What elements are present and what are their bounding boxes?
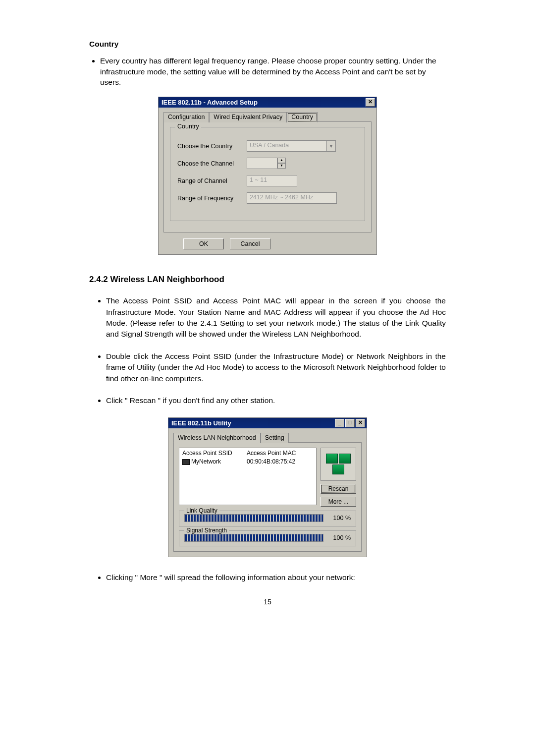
section-heading: 2.4.2 Wireless LAN Neighborhood (89, 275, 446, 285)
label-range-frequency: Range of Frequency (177, 195, 247, 202)
dialog-body: Configuration Wired Equivalent Privacy C… (159, 108, 376, 254)
spinner-down-icon[interactable]: ▼ (277, 163, 286, 169)
tab-configuration[interactable]: Configuration (163, 112, 209, 122)
network-illustration (321, 448, 356, 481)
signal-strength-bar (184, 534, 323, 542)
tab-pane-neighborhood: Access Point SSID Access Point MAC MyNet… (173, 442, 362, 552)
channel-spinner[interactable]: ▲ ▼ (277, 158, 286, 169)
country-bullet-list: Every country has different legal freque… (89, 56, 446, 88)
range-channel-value: 1 ~ 11 (247, 175, 297, 186)
tab-wep[interactable]: Wired Equivalent Privacy (209, 112, 287, 122)
link-quality-label: Link Quality (184, 507, 219, 514)
dialog-titlebar[interactable]: IEEE 802.11b - Advanced Setup ✕ (159, 97, 376, 108)
access-point-list[interactable]: Access Point SSID Access Point MAC MyNet… (179, 448, 317, 505)
tab-pane-country: Country Choose the Country USA / Canada … (163, 121, 372, 233)
tab-strip: Wireless LAN Neighborhood Setting (173, 432, 362, 443)
computer-icon (326, 454, 338, 464)
cancel-button[interactable]: Cancel (230, 238, 270, 249)
minimize-icon[interactable]: _ (335, 419, 344, 427)
heading-country: Country (89, 40, 446, 49)
list-item: Double click the Access Point SSID (unde… (106, 351, 446, 384)
country-bullet: Every country has different legal freque… (100, 56, 446, 88)
computer-icon (182, 459, 190, 465)
field-range-channel: Range of Channel 1 ~ 11 (177, 175, 358, 186)
dialog-body: Wireless LAN Neighborhood Setting Access… (168, 428, 367, 557)
document-page: Country Every country has different lega… (0, 0, 535, 636)
dialog-title: IEEE 802.11b - Advanced Setup (161, 99, 258, 106)
maximize-icon: □ (345, 419, 355, 427)
ssid-value: MyNetwork (191, 458, 221, 465)
link-quality-group: Link Quality 100 % (179, 511, 356, 526)
country-group: Country Choose the Country USA / Canada … (170, 127, 365, 221)
col-ssid-header: Access Point SSID (182, 450, 247, 457)
signal-strength-value: 100 % (323, 534, 351, 541)
ok-button[interactable]: OK (183, 238, 224, 249)
utility-dialog: IEEE 802.11b Utility _ □ ✕ Wireless LAN … (168, 417, 367, 557)
rescan-button[interactable]: Rescan (321, 484, 356, 494)
neighborhood-bullets: The Access Point SSID and Access Point M… (89, 295, 446, 407)
chevron-down-icon[interactable]: ▼ (327, 140, 336, 152)
list-item: Clicking " More " will spread the follow… (106, 572, 446, 583)
mac-value: 00:90:4B:08:75:42 (247, 458, 313, 465)
tab-neighborhood[interactable]: Wireless LAN Neighborhood (173, 433, 261, 443)
signal-strength-group: Signal Strength 100 % (179, 530, 356, 546)
link-quality-value: 100 % (323, 515, 351, 522)
page-number: 15 (89, 598, 446, 606)
country-value: USA / Canada (247, 140, 327, 152)
computer-icon (332, 465, 344, 474)
label-choose-country: Choose the Country (177, 143, 247, 150)
range-frequency-value: 2412 MHz ~ 2462 MHz (247, 192, 337, 204)
tab-setting[interactable]: Setting (261, 433, 289, 443)
dialog-button-row: OK Cancel (163, 238, 372, 249)
computer-icon (339, 454, 351, 464)
more-button[interactable]: More ... (321, 497, 356, 507)
dialog-titlebar[interactable]: IEEE 802.11b Utility _ □ ✕ (168, 418, 367, 428)
col-mac-header: Access Point MAC (247, 450, 313, 457)
label-choose-channel: Choose the Channel (177, 160, 247, 167)
label-range-channel: Range of Channel (177, 177, 247, 184)
group-legend: Country (175, 123, 201, 130)
spinner-up-icon[interactable]: ▲ (277, 158, 286, 163)
close-icon[interactable]: ✕ (366, 98, 375, 107)
field-choose-channel: Choose the Channel ▲ ▼ (177, 158, 358, 169)
list-item: The Access Point SSID and Access Point M… (106, 295, 446, 340)
tab-country[interactable]: Country (287, 112, 318, 122)
tab-strip: Configuration Wired Equivalent Privacy C… (163, 112, 372, 122)
field-choose-country: Choose the Country USA / Canada ▼ (177, 140, 358, 152)
channel-value[interactable] (247, 158, 277, 169)
dialog-title: IEEE 802.11b Utility (171, 419, 231, 427)
close-icon[interactable]: ✕ (356, 419, 365, 427)
list-header: Access Point SSID Access Point MAC (182, 450, 313, 457)
more-bullet-list: Clicking " More " will spread the follow… (89, 572, 446, 583)
advanced-setup-dialog: IEEE 802.11b - Advanced Setup ✕ Configur… (158, 97, 377, 255)
list-item[interactable]: MyNetwork 00:90:4B:08:75:42 (182, 458, 313, 465)
list-item: Click " Rescan " if you don't find any o… (106, 395, 446, 406)
link-quality-bar (184, 514, 323, 522)
country-combo[interactable]: USA / Canada ▼ (247, 140, 336, 152)
field-range-frequency: Range of Frequency 2412 MHz ~ 2462 MHz (177, 192, 358, 204)
signal-strength-label: Signal Strength (184, 527, 229, 534)
